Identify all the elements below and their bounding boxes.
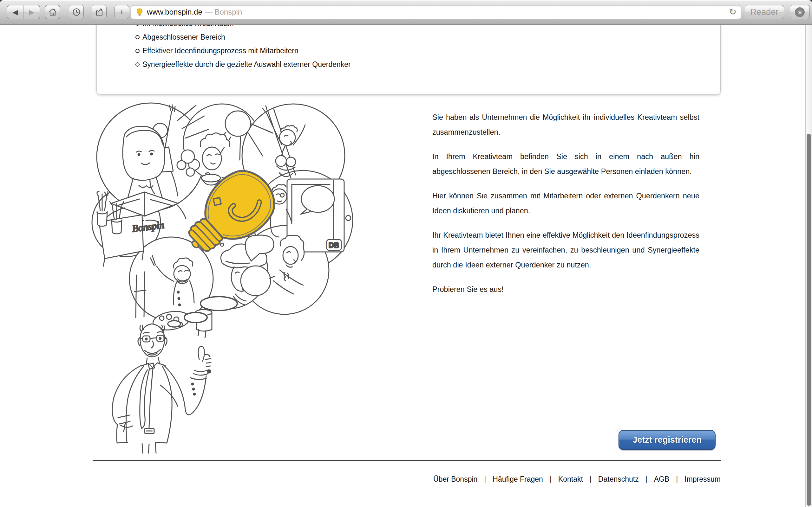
back-button[interactable]: ◀ xyxy=(7,5,23,19)
share-button[interactable] xyxy=(92,5,107,19)
address-url: www.bonspin.de xyxy=(147,8,202,16)
footer-link-impressum[interactable]: Impressum xyxy=(678,475,721,484)
new-tab-button[interactable]: + xyxy=(114,5,129,19)
share-icon xyxy=(95,8,104,16)
clock-icon xyxy=(72,8,81,16)
back-icon: ◀ xyxy=(12,8,18,16)
history-button[interactable] xyxy=(69,5,84,19)
illustration-brand-script: Bonspin xyxy=(132,219,165,234)
description-text: Sie haben als Unternehmen die Möglichkei… xyxy=(432,110,699,297)
home-icon xyxy=(48,8,57,16)
forward-icon: ▶ xyxy=(29,8,35,16)
paragraph: Ihr Kreativteam bietet Ihnen eine effekt… xyxy=(432,228,699,273)
db-logo-text: DB xyxy=(328,241,339,249)
address-bar[interactable]: www.bonspin.de — Bonspin ↻ xyxy=(131,5,741,19)
footer-divider xyxy=(93,460,721,461)
download-icon xyxy=(795,7,805,17)
reader-button[interactable]: Reader xyxy=(745,5,784,19)
list-item: Synergieeffekte durch die gezielte Auswa… xyxy=(136,60,351,68)
scrollbar-track[interactable] xyxy=(805,25,812,507)
downloads-button[interactable] xyxy=(790,5,810,19)
plus-icon: + xyxy=(119,7,124,17)
browser-window: DB xyxy=(0,0,812,507)
paragraph: Sie haben als Unternehmen die Möglichkei… xyxy=(432,110,699,140)
forward-button[interactable]: ▶ xyxy=(23,5,40,19)
footer-link-haeufige-fragen[interactable]: Häufige Fragen xyxy=(486,475,550,484)
footer-nav: Über Bonspin | Häufige Fragen | Kontakt … xyxy=(93,473,721,486)
list-item: Abgeschlossener Bereich xyxy=(136,33,351,41)
list-item: Effektiver Ideenfindungsprozess mit Mita… xyxy=(136,47,351,55)
nav-button-group: ◀ ▶ xyxy=(7,5,40,19)
browser-toolbar: ◀ ▶ + xyxy=(0,0,812,25)
paragraph: Probieren Sie es aus! xyxy=(432,282,699,297)
footer-link-datenschutz[interactable]: Datenschutz xyxy=(592,475,646,484)
footer-link-ueber-bonspin[interactable]: Über Bonspin xyxy=(426,475,484,484)
register-button[interactable]: Jetzt registrieren xyxy=(618,430,716,450)
footer-link-agb[interactable]: AGB xyxy=(647,475,676,484)
paragraph: In Ihrem Kreativteam befinden Sie sich i… xyxy=(432,149,699,179)
favicon-lightbulb-icon xyxy=(136,8,144,16)
refresh-icon[interactable]: ↻ xyxy=(729,8,737,16)
home-button[interactable] xyxy=(45,5,60,19)
feature-list: Ihr individuelles Kreativteam Abgeschlos… xyxy=(136,19,351,74)
address-title-suffix: — Bonspin xyxy=(205,8,242,16)
scrollbar-thumb[interactable] xyxy=(807,134,811,506)
footer-link-kontakt[interactable]: Kontakt xyxy=(552,475,590,484)
paragraph: Hier können Sie zusammen mit Mitarbeiter… xyxy=(432,188,699,218)
